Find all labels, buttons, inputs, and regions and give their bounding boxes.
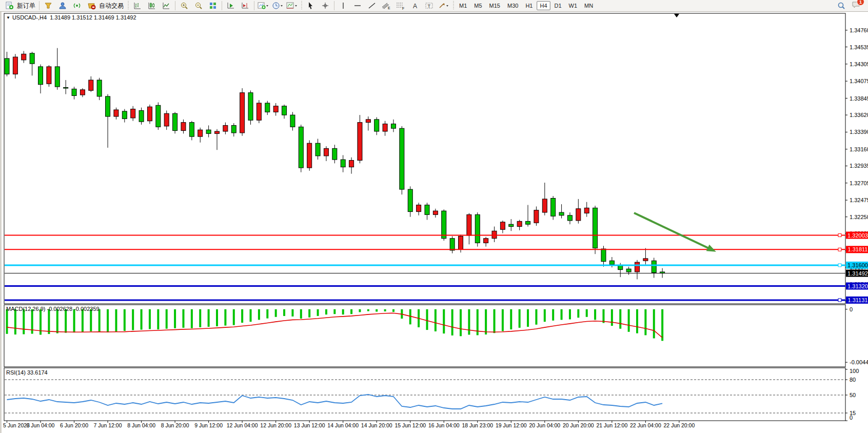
timeframe-button-mn[interactable]: MN [581,1,596,10]
candle [652,261,656,272]
chat-button[interactable]: 1 [852,1,861,11]
candle [567,215,572,221]
arrows-tool-button[interactable] [437,0,451,11]
candle [5,58,9,74]
time-axis-label: 21 Jun 12:00 [597,422,628,428]
candle [47,67,51,84]
bar-chart-icon [133,2,142,10]
svg-text:80: 80 [850,377,856,383]
candle [80,90,85,95]
tile-windows-button[interactable] [206,0,220,11]
toolbar-drag-handle [127,1,129,10]
candle [64,88,68,89]
periods-button[interactable] [270,0,285,11]
time-axis-label: 6 Jun 20:00 [60,422,88,428]
zoom-in-icon [180,2,188,10]
time-axis-label: 20 Jun 20:00 [563,422,594,428]
time-axis-label: 5 Jun 2023 [3,422,30,428]
line-handle[interactable] [838,264,841,267]
line-chart-icon [162,2,170,10]
line-chart-type-button[interactable] [159,0,173,11]
text-label-tool-button[interactable]: T [422,0,437,11]
community-button[interactable] [55,0,70,11]
new-order-button[interactable] [2,0,16,11]
timeframe-button-m1[interactable]: M1 [456,1,470,10]
svg-text:1.33390: 1.33390 [850,129,868,135]
macd-values: -0.002628 -0.002359 [47,306,99,312]
crosshair-tool-button[interactable] [318,0,332,11]
timeframe-button-h4[interactable]: H4 [537,1,550,10]
svg-text:1.32705: 1.32705 [850,180,868,186]
timeframe-button-h1[interactable]: H1 [522,1,536,10]
candle [467,214,471,235]
trendline-icon [368,2,376,10]
timeframe-button-m5[interactable]: M5 [471,1,485,10]
template-icon [286,2,298,10]
svg-text:E: E [388,6,390,10]
hline-tool-button[interactable] [350,0,365,11]
auto-scroll-button[interactable] [224,0,238,11]
svg-text:1.34760: 1.34760 [850,27,868,33]
timeframe-button-w1[interactable]: W1 [566,1,581,10]
svg-text:1.31492: 1.31492 [847,270,868,277]
svg-text:100: 100 [850,368,859,374]
tile-windows-icon [209,2,217,10]
notification-badge: 1 [857,0,864,6]
horizontal-line-icon [353,2,362,10]
candle [534,210,539,223]
cursor-icon [307,2,315,10]
search-button[interactable] [834,0,849,11]
toolbar-separator [39,1,40,10]
auto-trading-button[interactable] [84,0,98,11]
line-handle[interactable] [838,299,841,302]
candle [131,109,135,118]
bar-chart-type-button[interactable] [130,0,145,11]
trendline-tool-button[interactable] [365,0,379,11]
time-axis-label: 12 Jun 04:00 [227,422,258,428]
candle [584,208,589,213]
zoom-in-button[interactable] [177,0,191,11]
macd-name: MACD(12,26,9) [6,306,45,312]
signal-button[interactable] [70,0,84,11]
candle [442,211,446,239]
candle [609,261,614,264]
svg-text:1.31131: 1.31131 [848,297,868,303]
text-tool-button[interactable]: A [408,0,422,11]
zoom-out-button[interactable] [191,0,206,11]
svg-text:1.31600: 1.31600 [847,262,868,268]
candle [383,124,387,131]
rsi-value: 33.6174 [27,369,48,376]
svg-text:1.34535: 1.34535 [850,44,868,50]
time-axis-label: 20 Jun 04:00 [529,422,560,428]
time-axis-label: 14 Jun 20:00 [361,422,392,428]
channel-tool-button[interactable]: E [379,0,393,11]
candle [97,80,102,96]
fibonacci-tool-button[interactable]: F [393,0,408,11]
candle [374,120,379,131]
time-axis-label: 14 Jun 04:00 [327,422,359,428]
auto-trading-label[interactable]: 自动交易 [99,2,124,10]
candle [559,212,564,215]
cursor-tool-button[interactable] [304,0,318,11]
chart-shift-button[interactable] [238,0,252,11]
candle [122,111,127,119]
indicators-button[interactable] [256,0,270,11]
collapse-triangle-icon[interactable]: ▼ [6,15,10,20]
vline-tool-button[interactable] [336,0,350,11]
rsi-indicator-label: RSI(14) 33.6174 [6,369,48,376]
timeframe-button-m15[interactable]: M15 [486,1,503,10]
candle [475,214,480,243]
timeframe-button-m30[interactable]: M30 [504,1,521,10]
line-handle[interactable] [838,234,841,237]
line-handle[interactable] [838,248,841,251]
candle [156,105,161,127]
profile-funnel-button[interactable] [41,0,55,11]
candle [526,221,530,224]
templates-button[interactable] [285,0,299,11]
timeframe-button-d1[interactable]: D1 [551,1,565,10]
candlestick-type-button[interactable] [145,0,159,11]
toolbar-separator [334,1,334,10]
vertical-line-icon [340,2,347,10]
toolbar-drag-handle [452,1,455,10]
new-order-label[interactable]: 新订单 [17,2,35,10]
